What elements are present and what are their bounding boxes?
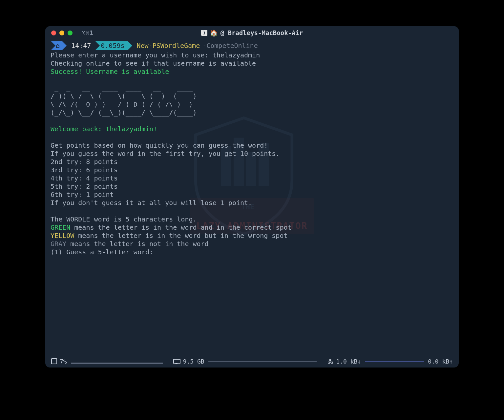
window-title: ⟩ 🏠 @ Bradleys-MacBook-Air — [45, 29, 459, 37]
rules-yellow-line: YELLOW means the letter is in the word b… — [51, 232, 453, 240]
ram-value: 9.5 GB — [183, 358, 204, 365]
ascii-art-line: _ _ __ ____ ____ __ ____ — [51, 84, 453, 92]
shell-prompt: ⌂ 14:47 0.059s New-PSWordleGame -Compete… — [51, 41, 453, 50]
output-line: Checking online to see if that username … — [51, 59, 453, 68]
welcome-line: Welcome back: thelazyadmin! — [51, 125, 453, 133]
output-line: 3rd try: 6 points — [51, 166, 453, 174]
ram-icon — [173, 359, 180, 364]
maximize-button[interactable] — [68, 31, 73, 35]
rules-gray-line: GRAY means the letter is not in the word — [51, 240, 453, 248]
title-text: @ Bradleys-MacBook-Air — [220, 29, 303, 36]
output-line: If you guess the word in the first try, … — [51, 150, 453, 158]
segment-divider-icon — [62, 41, 67, 50]
output-line: Get points based on how quickly you can … — [51, 141, 453, 150]
prompt-icon: ⟩ — [201, 30, 207, 36]
guess-prompt[interactable]: (1) Guess a 5-letter word: — [51, 248, 453, 256]
output-line: 2nd try: 8 points — [51, 158, 453, 166]
net-status: 🖧 1.0 kB↓ — [327, 358, 361, 365]
network-icon: 🖧 — [327, 358, 333, 365]
close-button[interactable] — [51, 31, 56, 35]
terminal-content[interactable]: THE LAZY ADMINISTRATOR ⌂ 14:47 0.059s Ne… — [45, 39, 459, 355]
net-down-value: 1.0 kB↓ — [336, 358, 361, 365]
net-up-value: 0.0 kB↑ — [428, 358, 453, 365]
prompt-segment-path: ⌂ — [51, 41, 62, 50]
prompt-segment-time: 14:47 — [67, 41, 95, 50]
output-line: 5th try: 2 points — [51, 182, 453, 191]
ascii-art-line: \ /\ /( O ) ) / ) D ( / (_/\ ) _) — [51, 100, 453, 109]
output-line: 4th try: 4 points — [51, 174, 453, 182]
home-icon: ⌂ — [56, 42, 60, 50]
traffic-lights — [51, 31, 73, 35]
ascii-art-line: / )( \ / \ ( _ \( \ ( ) ( __) — [51, 92, 453, 100]
cpu-value: 7% — [60, 358, 67, 365]
net-sparkline — [365, 361, 424, 362]
output-success: Success! Username is available — [51, 68, 453, 76]
ram-status: 9.5 GB — [173, 358, 204, 365]
segment-divider-icon — [128, 41, 132, 50]
rules-green-line: GREEN means the letter is in the word an… — [51, 223, 453, 232]
ram-bar — [208, 361, 317, 362]
prompt-segment-duration: 0.059s — [95, 41, 128, 50]
minimize-button[interactable] — [59, 31, 64, 35]
output-line: The WORDLE word is 5 characters long. — [51, 215, 453, 223]
output-line: Please enter a username you wish to use:… — [51, 51, 453, 59]
statusbar: 7% 9.5 GB 🖧 1.0 kB↓ 0.0 kB↑ — [45, 355, 459, 368]
cpu-status: 7% — [51, 358, 67, 365]
tab-shortcut-label: ⌥⌘1 — [82, 29, 94, 36]
command-argument: -CompeteOnline — [202, 42, 258, 50]
cpu-sparkline — [71, 359, 163, 364]
house-icon: 🏠 — [210, 29, 218, 37]
titlebar: ⌥⌘1 ⟩ 🏠 @ Bradleys-MacBook-Air — [45, 26, 459, 39]
output-line: 6th try: 1 point — [51, 191, 453, 199]
ascii-art-line: (_/\_) \__/ (__\_)(____/ \____/(____) — [51, 109, 453, 117]
cpu-icon — [51, 358, 57, 364]
output-line: If you don't guess it at all you will lo… — [51, 199, 453, 207]
terminal-window: ⌥⌘1 ⟩ 🏠 @ Bradleys-MacBook-Air THE LAZY … — [45, 26, 459, 368]
command-name: New-PSWordleGame — [137, 42, 200, 50]
